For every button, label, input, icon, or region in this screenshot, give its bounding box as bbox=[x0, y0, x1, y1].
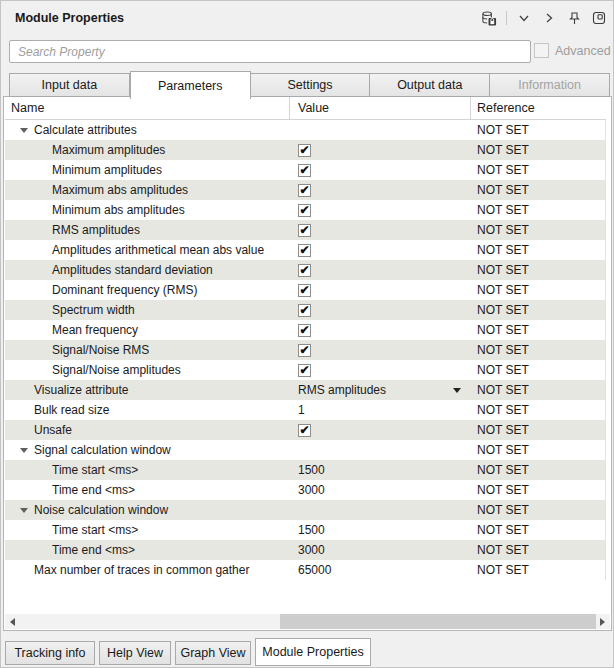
tab-settings[interactable]: Settings bbox=[251, 73, 371, 97]
table-row[interactable]: Time end <ms>3000NOT SET bbox=[5, 480, 606, 500]
scroll-right-button[interactable] bbox=[595, 614, 610, 629]
reference-cell[interactable]: NOT SET bbox=[471, 460, 606, 480]
table-row[interactable]: Calculate attributesNOT SET bbox=[5, 120, 606, 140]
database-lock-icon[interactable] bbox=[481, 10, 497, 26]
reference-cell[interactable]: NOT SET bbox=[471, 420, 606, 440]
column-header-value[interactable]: Value bbox=[290, 97, 471, 119]
property-name-label: RMS amplitudes bbox=[5, 223, 140, 237]
reference-cell[interactable]: NOT SET bbox=[471, 280, 606, 300]
value-checkbox[interactable]: ✔ bbox=[298, 264, 311, 277]
value-checkbox[interactable]: ✔ bbox=[298, 144, 311, 157]
table-row[interactable]: Mean frequency✔NOT SET bbox=[5, 320, 606, 340]
table-row[interactable]: Signal calculation windowNOT SET bbox=[5, 440, 606, 460]
dock-tab-graph-view[interactable]: Graph View bbox=[175, 641, 251, 665]
value-checkbox[interactable]: ✔ bbox=[298, 244, 311, 257]
value-checkbox[interactable]: ✔ bbox=[298, 184, 311, 197]
value-text[interactable]: 3000 bbox=[298, 543, 325, 557]
reference-cell[interactable]: NOT SET bbox=[471, 400, 606, 420]
expand-triangle-icon[interactable] bbox=[20, 508, 28, 513]
reference-cell[interactable]: NOT SET bbox=[471, 300, 606, 320]
reference-cell[interactable]: NOT SET bbox=[471, 360, 606, 380]
dock-tab-module-properties[interactable]: Module Properties bbox=[255, 638, 371, 666]
value-checkbox[interactable]: ✔ bbox=[298, 324, 311, 337]
reference-cell[interactable]: NOT SET bbox=[471, 520, 606, 540]
table-row[interactable]: Signal/Noise amplitudes✔NOT SET bbox=[5, 360, 606, 380]
value-text[interactable]: 1500 bbox=[298, 463, 325, 477]
table-row[interactable]: Noise calculation windowNOT SET bbox=[5, 500, 606, 520]
reference-cell[interactable]: NOT SET bbox=[471, 500, 606, 520]
table-row[interactable]: Time start <ms>1500NOT SET bbox=[5, 460, 606, 480]
reference-cell[interactable]: NOT SET bbox=[471, 380, 606, 400]
value-checkbox[interactable]: ✔ bbox=[298, 284, 311, 297]
reference-cell[interactable]: NOT SET bbox=[471, 260, 606, 280]
value-dropdown[interactable]: RMS amplitudes bbox=[298, 383, 471, 397]
reference-cell[interactable]: NOT SET bbox=[471, 220, 606, 240]
column-header-reference[interactable]: Reference bbox=[471, 97, 606, 119]
property-name-label: Time start <ms> bbox=[5, 463, 138, 477]
property-value-cell: ✔ bbox=[290, 320, 471, 340]
table-row[interactable]: Minimum abs amplitudes✔NOT SET bbox=[5, 200, 606, 220]
value-checkbox[interactable]: ✔ bbox=[298, 304, 311, 317]
reference-cell[interactable]: NOT SET bbox=[471, 340, 606, 360]
value-checkbox[interactable]: ✔ bbox=[298, 204, 311, 217]
table-row[interactable]: Dominant frequency (RMS)✔NOT SET bbox=[5, 280, 606, 300]
table-row[interactable]: Time start <ms>1500NOT SET bbox=[5, 520, 606, 540]
value-checkbox[interactable]: ✔ bbox=[298, 164, 311, 177]
table-row[interactable]: Time end <ms>3000NOT SET bbox=[5, 540, 606, 560]
table-row[interactable]: Amplitudes standard deviation✔NOT SET bbox=[5, 260, 606, 280]
table-row[interactable]: Spectrum width✔NOT SET bbox=[5, 300, 606, 320]
reference-cell[interactable]: NOT SET bbox=[471, 200, 606, 220]
table-row[interactable]: RMS amplitudes✔NOT SET bbox=[5, 220, 606, 240]
column-header-name[interactable]: Name bbox=[5, 97, 290, 119]
reference-cell[interactable]: NOT SET bbox=[471, 160, 606, 180]
float-window-icon[interactable] bbox=[591, 10, 607, 26]
advanced-checkbox[interactable] bbox=[534, 43, 549, 58]
reference-cell[interactable]: NOT SET bbox=[471, 140, 606, 160]
table-row[interactable]: Signal/Noise RMS✔NOT SET bbox=[5, 340, 606, 360]
tab-parameters[interactable]: Parameters bbox=[130, 71, 251, 99]
pin-icon[interactable] bbox=[566, 10, 582, 26]
reference-cell[interactable]: NOT SET bbox=[471, 180, 606, 200]
value-text[interactable]: 1 bbox=[298, 403, 305, 417]
tab-output-data[interactable]: Output data bbox=[370, 73, 490, 97]
expand-triangle-icon[interactable] bbox=[20, 448, 28, 453]
tab-information[interactable]: Information bbox=[490, 73, 610, 97]
value-checkbox[interactable]: ✔ bbox=[298, 424, 311, 437]
horizontal-scrollbar[interactable] bbox=[5, 614, 610, 629]
table-row[interactable]: Amplitudes arithmetical mean abs value✔N… bbox=[5, 240, 606, 260]
reference-cell[interactable]: NOT SET bbox=[471, 440, 606, 460]
table-row[interactable]: Unsafe✔NOT SET bbox=[5, 420, 606, 440]
dock-tab-help-view[interactable]: Help View bbox=[99, 641, 171, 665]
reference-cell[interactable]: NOT SET bbox=[471, 240, 606, 260]
reference-cell[interactable]: NOT SET bbox=[471, 560, 606, 580]
value-text[interactable]: 1500 bbox=[298, 523, 325, 537]
search-input[interactable] bbox=[9, 40, 531, 63]
scroll-left-button[interactable] bbox=[5, 614, 20, 629]
titlebar-icons bbox=[481, 7, 607, 29]
tab-input-data[interactable]: Input data bbox=[9, 73, 130, 97]
reference-cell[interactable]: NOT SET bbox=[471, 540, 606, 560]
table-row[interactable]: Bulk read size1NOT SET bbox=[5, 400, 606, 420]
table-row[interactable]: Max number of traces in common gather650… bbox=[5, 560, 606, 580]
table-row[interactable]: Visualize attributeRMS amplitudesNOT SET bbox=[5, 380, 606, 400]
dropdown-selected-value: RMS amplitudes bbox=[298, 383, 386, 397]
value-checkbox[interactable]: ✔ bbox=[298, 364, 311, 377]
value-checkbox[interactable]: ✔ bbox=[298, 344, 311, 357]
value-text[interactable]: 3000 bbox=[298, 483, 325, 497]
property-value-cell: ✔ bbox=[290, 300, 471, 320]
reference-cell[interactable]: NOT SET bbox=[471, 120, 606, 140]
expand-triangle-icon[interactable] bbox=[20, 128, 28, 133]
reference-cell[interactable]: NOT SET bbox=[471, 480, 606, 500]
table-row[interactable]: Minimum amplitudes✔NOT SET bbox=[5, 160, 606, 180]
value-text[interactable]: 65000 bbox=[298, 563, 331, 577]
chevron-down-icon[interactable] bbox=[516, 10, 532, 26]
chevron-right-icon[interactable] bbox=[541, 10, 557, 26]
dock-tab-tracking-info[interactable]: Tracking info bbox=[5, 641, 95, 665]
value-checkbox[interactable]: ✔ bbox=[298, 224, 311, 237]
scrollbar-thumb[interactable] bbox=[280, 614, 596, 629]
table-row[interactable]: Maximum abs amplitudes✔NOT SET bbox=[5, 180, 606, 200]
reference-cell[interactable]: NOT SET bbox=[471, 320, 606, 340]
table-header: Name Value Reference bbox=[5, 97, 606, 120]
property-value-cell: ✔ bbox=[290, 180, 471, 200]
table-row[interactable]: Maximum amplitudes✔NOT SET bbox=[5, 140, 606, 160]
